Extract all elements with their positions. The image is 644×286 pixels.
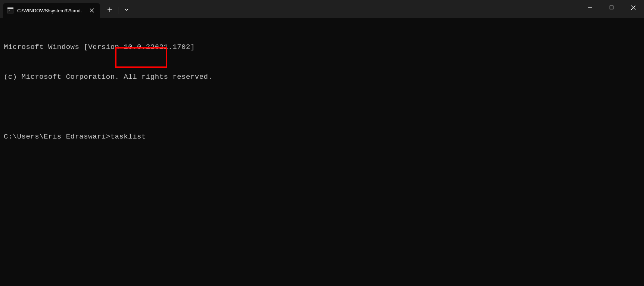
prompt-text: C:\Users\Eris Edraswari> xyxy=(4,132,111,142)
new-tab-button[interactable] xyxy=(103,3,116,16)
banner-line-2: (c) Microsoft Corporation. All rights re… xyxy=(4,72,640,82)
banner-line-1: Microsoft Windows [Version 10.0.22621.17… xyxy=(4,42,640,52)
tab-dropdown-button[interactable] xyxy=(120,3,133,16)
window-controls xyxy=(579,0,644,15)
cmd-icon: >_ xyxy=(7,7,13,13)
svg-text:>_: >_ xyxy=(9,9,12,12)
maximize-button[interactable] xyxy=(601,0,622,15)
tab-title: C:\WINDOWS\system32\cmd. xyxy=(17,8,84,13)
command-text: tasklist xyxy=(111,132,146,142)
active-tab[interactable]: >_ C:\WINDOWS\system32\cmd. xyxy=(3,3,100,18)
minimize-button[interactable] xyxy=(579,0,601,15)
divider xyxy=(118,7,118,14)
tab-close-button[interactable] xyxy=(88,7,96,14)
titlebar: >_ C:\WINDOWS\system32\cmd. xyxy=(0,0,644,18)
tab-actions xyxy=(100,0,133,18)
prompt-line: C:\Users\Eris Edraswari>tasklist xyxy=(4,132,640,142)
svg-rect-8 xyxy=(610,6,613,9)
tab-area: >_ C:\WINDOWS\system32\cmd. xyxy=(0,0,100,18)
close-button[interactable] xyxy=(622,0,644,15)
svg-rect-1 xyxy=(7,7,13,9)
terminal-output[interactable]: Microsoft Windows [Version 10.0.22621.17… xyxy=(0,18,644,156)
blank-line xyxy=(4,102,640,112)
